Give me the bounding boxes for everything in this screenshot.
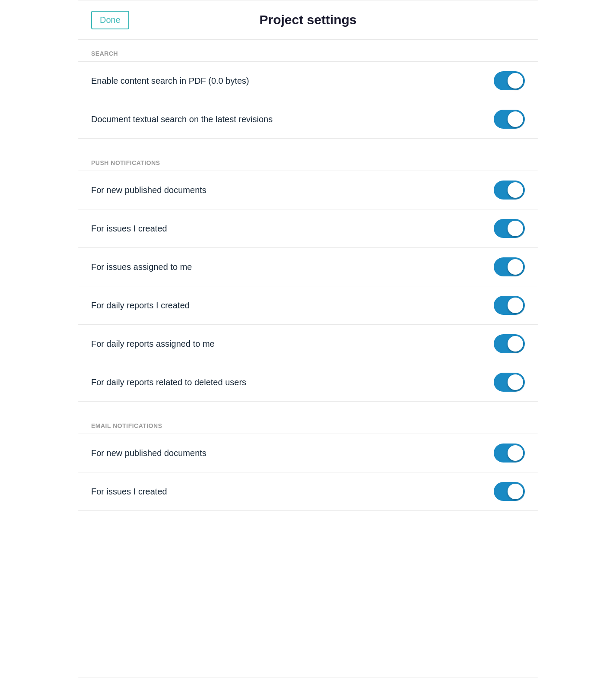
toggle-thumb-push-daily-reports-assigned: [508, 336, 523, 352]
section-search: SEARCHEnable content search in PDF (0.0 …: [78, 40, 538, 139]
setting-row-push-issues-created: For issues I created: [78, 209, 538, 247]
section-email-notifications: EMAIL NOTIFICATIONSFor new published doc…: [78, 412, 538, 511]
toggle-thumb-email-issues-created: [508, 484, 523, 499]
toggle-track-enable-content-search: [494, 71, 525, 90]
toggle-document-textual-search[interactable]: [494, 110, 525, 129]
setting-label-push-daily-reports-deleted: For daily reports related to deleted use…: [91, 377, 246, 387]
toggle-thumb-push-issues-assigned: [508, 259, 523, 275]
toggle-thumb-push-issues-created: [508, 221, 523, 236]
toggle-push-daily-reports-deleted[interactable]: [494, 373, 525, 392]
toggle-push-issues-created[interactable]: [494, 219, 525, 238]
toggle-push-issues-assigned[interactable]: [494, 257, 525, 276]
section-header-email-notifications: EMAIL NOTIFICATIONS: [78, 412, 538, 434]
section-header-push-notifications: PUSH NOTIFICATIONS: [78, 149, 538, 171]
setting-row-email-new-published: For new published documents: [78, 434, 538, 472]
toggle-thumb-document-textual-search: [508, 111, 523, 127]
setting-label-email-issues-created: For issues I created: [91, 487, 167, 497]
toggle-track-push-daily-reports-deleted: [494, 373, 525, 392]
toggle-thumb-push-daily-reports-created: [508, 298, 523, 313]
setting-label-document-textual-search: Document textual search on the latest re…: [91, 114, 273, 124]
toggle-push-daily-reports-assigned[interactable]: [494, 334, 525, 353]
toggle-push-daily-reports-created[interactable]: [494, 296, 525, 315]
setting-row-enable-content-search: Enable content search in PDF (0.0 bytes): [78, 61, 538, 100]
setting-label-push-daily-reports-assigned: For daily reports assigned to me: [91, 339, 215, 349]
page-title: Project settings: [259, 13, 356, 27]
done-button[interactable]: Done: [91, 11, 129, 29]
toggle-track-push-daily-reports-assigned: [494, 334, 525, 353]
section-push-notifications: PUSH NOTIFICATIONSFor new published docu…: [78, 149, 538, 402]
toggle-track-push-issues-created: [494, 219, 525, 238]
setting-row-email-issues-created: For issues I created: [78, 472, 538, 511]
toggle-track-email-new-published: [494, 444, 525, 463]
toggle-track-document-textual-search: [494, 110, 525, 129]
toggle-thumb-enable-content-search: [508, 73, 523, 89]
toggle-track-email-issues-created: [494, 482, 525, 501]
toggle-thumb-push-new-published: [508, 182, 523, 198]
toggle-thumb-email-new-published: [508, 445, 523, 461]
page-header: Done Project settings: [78, 0, 538, 40]
toggle-track-push-new-published: [494, 181, 525, 200]
setting-row-push-new-published: For new published documents: [78, 171, 538, 209]
setting-row-push-daily-reports-created: For daily reports I created: [78, 286, 538, 324]
toggle-thumb-push-daily-reports-deleted: [508, 374, 523, 390]
setting-row-push-daily-reports-assigned: For daily reports assigned to me: [78, 324, 538, 363]
toggle-enable-content-search[interactable]: [494, 71, 525, 90]
setting-row-push-issues-assigned: For issues assigned to me: [78, 247, 538, 286]
section-header-search: SEARCH: [78, 40, 538, 61]
setting-label-enable-content-search: Enable content search in PDF (0.0 bytes): [91, 76, 249, 86]
setting-label-push-new-published: For new published documents: [91, 185, 206, 195]
setting-label-push-issues-created: For issues I created: [91, 224, 167, 234]
settings-content: SEARCHEnable content search in PDF (0.0 …: [78, 40, 538, 511]
toggle-track-push-issues-assigned: [494, 257, 525, 276]
setting-row-push-daily-reports-deleted: For daily reports related to deleted use…: [78, 363, 538, 402]
toggle-track-push-daily-reports-created: [494, 296, 525, 315]
setting-label-push-daily-reports-created: For daily reports I created: [91, 301, 190, 310]
toggle-email-issues-created[interactable]: [494, 482, 525, 501]
setting-label-email-new-published: For new published documents: [91, 448, 206, 458]
setting-row-document-textual-search: Document textual search on the latest re…: [78, 100, 538, 139]
toggle-push-new-published[interactable]: [494, 181, 525, 200]
setting-label-push-issues-assigned: For issues assigned to me: [91, 262, 192, 272]
toggle-email-new-published[interactable]: [494, 444, 525, 463]
